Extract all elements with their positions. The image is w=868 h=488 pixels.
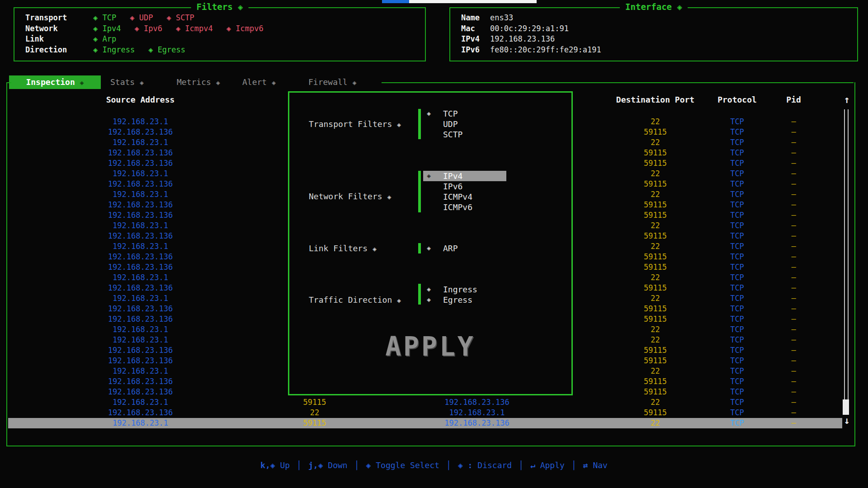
popup-option-ingress[interactable]: ◈Ingress [423, 284, 506, 295]
scrollbar-track[interactable] [844, 109, 849, 414]
cell-proto: TCP [713, 335, 761, 345]
diamond-icon: ◈ [93, 24, 102, 33]
cell-pid: – [761, 169, 826, 179]
cell-spacer [826, 376, 842, 387]
cell-dport: 22 [597, 366, 713, 376]
filter-toggle-ingress[interactable]: ◈ Ingress [93, 45, 135, 56]
interface-label: IPv4 [461, 34, 490, 45]
cell-dport: 59115 [597, 387, 713, 397]
cell-dport: 22 [597, 137, 713, 148]
filters-panel: Filters ◈ Transport◈ TCP◈ UDP◈ SCTPNetwo… [14, 7, 426, 61]
cell-dport: 22 [597, 221, 713, 231]
filter-toggle-tcp[interactable]: ◈ TCP [93, 13, 116, 23]
diamond-icon: ◈ [148, 45, 157, 54]
filter-toggle-ipv6[interactable]: ◈ Ipv6 [134, 23, 162, 34]
interface-value: 00:0c:29:29:a1:91 [490, 23, 569, 34]
cell-proto: TCP [713, 169, 761, 179]
keybinding-keys: ◈ : [458, 460, 477, 470]
cell-spacer [826, 304, 842, 314]
apply-button[interactable]: APPLY [363, 331, 498, 362]
cell-pid: – [761, 117, 826, 127]
popup-option-label: TCP [443, 108, 458, 119]
checked-diamond-icon [423, 129, 443, 140]
checked-diamond-icon [423, 119, 443, 129]
cell-dport: 59115 [597, 127, 713, 137]
popup-section-label-text: Network Filters [309, 192, 387, 201]
popup-option-ipv6[interactable]: IPv6 [423, 181, 506, 192]
cell-spacer [826, 137, 842, 148]
filter-toggle-udp[interactable]: ◈ UDP [130, 13, 153, 23]
interface-row-name: Nameens33 [461, 13, 857, 23]
keybinding-hint-down: j,◈ Down [308, 459, 348, 472]
cell-dport: 59115 [597, 200, 713, 210]
cell-dst: 192.168.23.1 [357, 408, 597, 418]
interface-row-ipv6: IPv6fe80::20c:29ff:fe29:a191 [461, 45, 857, 56]
cell-sport: 59115 [273, 418, 357, 428]
popup-option-icmpv4[interactable]: ICMPv4 [423, 192, 506, 202]
interface-row-ipv4: IPv4192.168.23.136 [461, 34, 857, 45]
filter-name: Ingress [102, 45, 135, 54]
filter-toggle-icmpv4[interactable]: ◈ Icmpv4 [176, 23, 213, 34]
section-accent-bar [418, 243, 421, 253]
cell-pid: – [761, 366, 826, 376]
popup-option-ipv4[interactable]: ◈IPv4 [423, 171, 506, 181]
filter-toggle-arp[interactable]: ◈ Arp [93, 34, 116, 45]
diamond-icon: ◈ [176, 24, 185, 33]
cell-src: 192.168.23.136 [8, 283, 273, 293]
table-row[interactable]: 192.168.23.159115192.168.23.13622TCP– [8, 397, 842, 408]
cell-dport: 59115 [597, 262, 713, 272]
scroll-up-icon[interactable]: ↑ [842, 94, 852, 106]
cell-dst: 192.168.23.136 [357, 397, 597, 408]
cell-pid: – [761, 376, 826, 387]
filter-name: Ipv4 [102, 24, 121, 33]
column-header-proto: Protocol [713, 95, 761, 105]
cell-proto: TCP [713, 293, 761, 304]
footer-separator: │ [297, 459, 302, 472]
terminal-screen: Filters ◈ Transport◈ TCP◈ UDP◈ SCTPNetwo… [0, 0, 868, 488]
footer-separator: │ [519, 459, 524, 472]
popup-option-arp[interactable]: ◈ARP [423, 243, 506, 253]
popup-option-egress[interactable]: ◈Egress [423, 295, 506, 305]
popup-option-label: Ingress [443, 284, 477, 295]
cell-proto: TCP [713, 418, 761, 428]
scrollbar-thumb[interactable] [843, 399, 849, 415]
keybinding-hint-toggle-select: ◈ Toggle Select [366, 459, 440, 472]
cell-dport: 22 [597, 241, 713, 252]
popup-option-label: SCTP [443, 129, 462, 140]
interface-panel-title: Interface ◈ [620, 2, 688, 12]
table-row[interactable]: 192.168.23.159115192.168.23.13622TCP– [8, 418, 842, 428]
keybinding-keys: ⇄ [583, 460, 593, 470]
keybinding-label: Discard [477, 460, 512, 470]
keybinding-label: Nav [593, 460, 608, 470]
diamond-icon: ◈ [226, 24, 236, 33]
cell-src: 192.168.23.1 [8, 397, 273, 408]
filter-toggle-ipv4[interactable]: ◈ Ipv4 [93, 23, 121, 34]
cell-proto: TCP [713, 304, 761, 314]
cell-proto: TCP [713, 231, 761, 241]
table-row[interactable]: 192.168.23.13622192.168.23.159115TCP– [8, 408, 842, 418]
popup-option-udp[interactable]: UDP [423, 119, 506, 129]
cell-dport: 22 [597, 272, 713, 283]
cell-proto: TCP [713, 200, 761, 210]
filter-toggle-sctp[interactable]: ◈ SCTP [166, 13, 194, 23]
cell-proto: TCP [713, 408, 761, 418]
scroll-down-icon[interactable]: ↓ [842, 415, 852, 427]
popup-section-label-text: Transport Filters [309, 119, 397, 129]
cell-proto: TCP [713, 127, 761, 137]
cell-src: 192.168.23.1 [8, 241, 273, 252]
cell-proto: TCP [713, 221, 761, 231]
popup-option-sctp[interactable]: SCTP [423, 129, 506, 140]
diamond-icon: ◈ [387, 193, 391, 201]
filter-toggle-egress[interactable]: ◈ Egress [148, 45, 185, 56]
popup-option-label: ICMPv4 [443, 192, 472, 202]
popup-option-icmpv6[interactable]: ICMPv6 [423, 202, 506, 212]
popup-option-tcp[interactable]: ◈TCP [423, 108, 506, 119]
diamond-icon: ◈ [373, 245, 377, 253]
keybinding-hint-nav: ⇄ Nav [583, 459, 608, 472]
cell-spacer [826, 231, 842, 241]
checked-diamond-icon: ◈ [423, 108, 443, 119]
column-header-spacer [826, 95, 842, 105]
cell-src: 192.168.23.1 [8, 189, 273, 200]
cell-proto: TCP [713, 117, 761, 127]
filter-toggle-icmpv6[interactable]: ◈ Icmpv6 [226, 23, 264, 34]
